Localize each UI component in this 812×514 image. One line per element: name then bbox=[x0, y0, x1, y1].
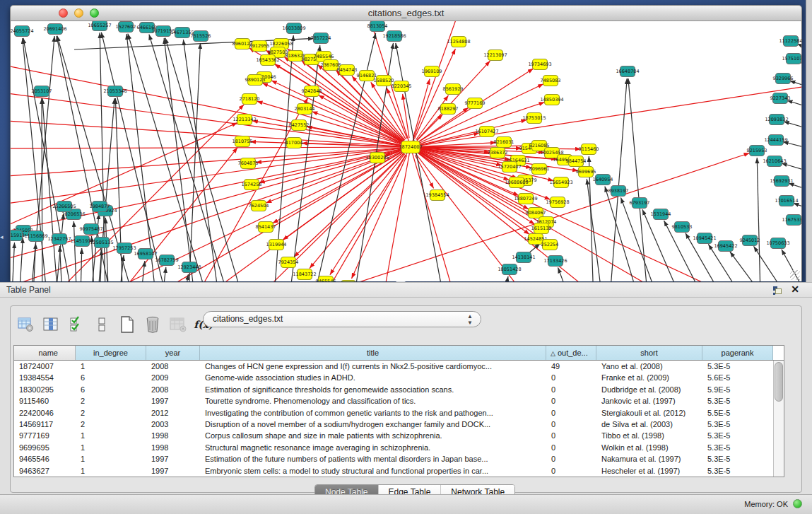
table-cell[interactable]: 1998 bbox=[146, 442, 200, 453]
table-select-combobox[interactable]: citations_edges.txt ▲▼ bbox=[203, 311, 481, 327]
network-edge[interactable] bbox=[105, 218, 110, 281]
trash-icon[interactable] bbox=[143, 315, 162, 334]
table-row[interactable]: 946362711997Embryonic stem cells: a mode… bbox=[14, 465, 784, 477]
table-cell[interactable]: Nakamura et al. (1997) bbox=[596, 453, 702, 465]
network-view-window[interactable]: citations_edges.txt 18724007240557242069… bbox=[10, 5, 802, 281]
table-row[interactable]: 969969511998Structural magnetic resonanc… bbox=[14, 442, 784, 453]
table-cell[interactable]: 0 bbox=[546, 465, 596, 477]
column-header-year[interactable]: year bbox=[146, 346, 200, 360]
table-cell[interactable]: 9465546 bbox=[14, 453, 76, 465]
table-cell[interactable]: 5.3E-5 bbox=[702, 442, 773, 453]
network-edge[interactable] bbox=[164, 38, 198, 281]
network-edge[interactable] bbox=[642, 209, 693, 281]
table-cell[interactable]: 2 bbox=[76, 407, 146, 419]
table-cell[interactable]: 1 bbox=[76, 361, 146, 372]
network-window-titlebar[interactable]: citations_edges.txt bbox=[10, 5, 802, 21]
network-edge[interactable] bbox=[149, 35, 237, 281]
vertical-scrollbar[interactable] bbox=[773, 361, 784, 477]
table-row[interactable]: 1938455462009Genome-wide association stu… bbox=[14, 372, 784, 383]
table-cell[interactable]: 9115460 bbox=[14, 395, 76, 407]
table-cell[interactable]: 9699695 bbox=[14, 442, 76, 453]
network-edge[interactable] bbox=[42, 98, 42, 281]
network-edge[interactable] bbox=[11, 92, 411, 147]
table-row[interactable]: 1456911722003Disruption of a novel membe… bbox=[14, 419, 784, 430]
column-header-short[interactable]: short bbox=[596, 346, 702, 360]
table-cell[interactable]: 22420046 bbox=[14, 407, 76, 419]
table-cell[interactable]: Estimation of significance thresholds fo… bbox=[200, 384, 546, 395]
table-cell[interactable]: Tibbo et al. (1998) bbox=[596, 430, 702, 441]
table-cell[interactable]: 2003 bbox=[146, 419, 200, 430]
table-settings-icon[interactable] bbox=[16, 315, 35, 334]
network-edge[interactable] bbox=[784, 122, 801, 133]
network-edge[interactable] bbox=[789, 81, 801, 92]
resize-grip-icon[interactable] bbox=[790, 270, 800, 280]
float-window-icon[interactable] bbox=[772, 286, 782, 296]
close-panel-icon[interactable]: ✕ bbox=[791, 284, 799, 295]
rows-icon[interactable] bbox=[93, 315, 111, 334]
table-cell[interactable]: 2008 bbox=[146, 361, 200, 372]
column-header-pagerank[interactable]: pagerank bbox=[702, 346, 773, 360]
table-cell[interactable]: 5.6E-5 bbox=[702, 372, 773, 383]
table-cell[interactable]: 1 bbox=[76, 453, 146, 465]
network-edge[interactable] bbox=[18, 238, 23, 281]
table-cell[interactable]: 0 bbox=[546, 430, 596, 441]
network-edge[interactable] bbox=[789, 183, 801, 194]
network-edge[interactable] bbox=[115, 98, 124, 281]
network-edge[interactable] bbox=[730, 252, 784, 281]
network-edge[interactable] bbox=[102, 147, 411, 281]
table-cell[interactable]: Structural magnetic resonance image aver… bbox=[200, 442, 546, 453]
column-header-name[interactable]: name bbox=[14, 346, 76, 360]
close-window-button[interactable] bbox=[59, 8, 68, 18]
network-edge[interactable] bbox=[498, 276, 508, 281]
table-cell[interactable]: 5.3E-5 bbox=[702, 419, 773, 430]
table-cell[interactable]: 6 bbox=[76, 384, 146, 395]
table-cell[interactable]: 2012 bbox=[146, 407, 200, 419]
network-edge[interactable] bbox=[11, 243, 15, 281]
table-row[interactable]: 1830029562008Estimation of significance … bbox=[14, 384, 784, 395]
table-cell[interactable]: Investigating the contribution of common… bbox=[200, 407, 546, 419]
table-cell[interactable]: 0 bbox=[546, 372, 596, 383]
table-cell[interactable]: Genome-wide association studies in ADHD. bbox=[200, 372, 546, 383]
checklist-icon[interactable] bbox=[67, 315, 86, 334]
table-cell[interactable]: 1997 bbox=[146, 465, 200, 477]
network-edge[interactable] bbox=[793, 203, 801, 214]
table-cell[interactable]: 9463627 bbox=[14, 465, 76, 477]
column-header-in-degree[interactable]: in_degree bbox=[76, 346, 146, 360]
table-cell[interactable]: 18724007 bbox=[14, 361, 76, 372]
table-cell[interactable]: 0 bbox=[546, 395, 596, 407]
table-cell[interactable]: 1 bbox=[76, 442, 146, 453]
table-cell[interactable]: 5.3E-5 bbox=[702, 395, 773, 407]
table-cell[interactable]: 5.3E-5 bbox=[702, 465, 773, 477]
network-edge[interactable] bbox=[783, 141, 801, 152]
table-row[interactable]: 911546021997Tourette syndrome. Phenomeno… bbox=[14, 395, 784, 407]
table-cell[interactable]: 5.3E-5 bbox=[702, 453, 773, 465]
network-edge[interactable] bbox=[787, 100, 801, 112]
table-cell[interactable]: 0 bbox=[546, 384, 596, 395]
table-cell[interactable]: Embryonic stem cells: a model to study s… bbox=[200, 465, 546, 477]
table-cell[interactable]: 1998 bbox=[146, 430, 200, 441]
table-cell[interactable]: 2 bbox=[76, 419, 146, 430]
delete-table-icon[interactable] bbox=[169, 315, 187, 334]
column-header-title[interactable]: title bbox=[200, 346, 546, 360]
network-edge[interactable] bbox=[708, 244, 760, 281]
network-canvas[interactable]: 1872400724055724206914061065525715276026… bbox=[10, 21, 802, 281]
network-edge[interactable] bbox=[11, 122, 237, 233]
table-cell[interactable]: 19384554 bbox=[14, 372, 76, 383]
network-edge[interactable] bbox=[11, 120, 411, 147]
network-edge[interactable] bbox=[11, 147, 411, 177]
table-cell[interactable]: 9777169 bbox=[14, 430, 76, 441]
new-file-icon[interactable] bbox=[118, 315, 136, 334]
table-cell[interactable]: 0 bbox=[546, 453, 596, 465]
table-cell[interactable]: 0 bbox=[546, 442, 596, 453]
table-cell[interactable]: Hescheler et al. (1997) bbox=[596, 465, 702, 477]
table-cell[interactable]: 2 bbox=[76, 395, 146, 407]
table-cell[interactable]: Disruption of a novel member of a sodium… bbox=[200, 419, 546, 430]
network-edge[interactable] bbox=[128, 34, 216, 281]
network-edge[interactable] bbox=[11, 147, 411, 148]
network-edge[interactable] bbox=[42, 98, 60, 281]
table-cell[interactable]: 2009 bbox=[146, 372, 200, 383]
table-column-icon[interactable] bbox=[42, 315, 60, 334]
table-cell[interactable]: 1997 bbox=[146, 453, 200, 465]
network-edge[interactable] bbox=[782, 163, 801, 175]
table-row[interactable]: 2242004622012Investigating the contribut… bbox=[14, 407, 784, 419]
